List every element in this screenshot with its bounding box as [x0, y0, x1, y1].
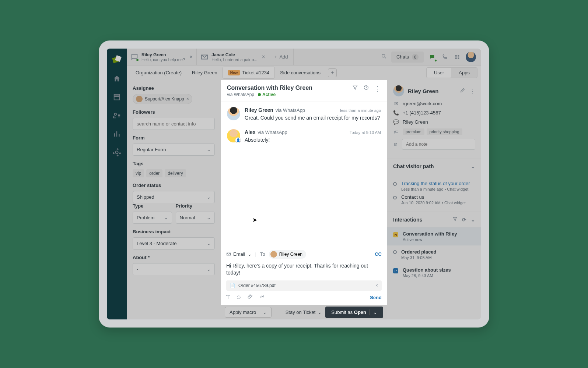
user-tag[interactable]: priority shopping	[427, 128, 462, 135]
avatar-icon: 👤	[227, 129, 240, 142]
tab-user-panel[interactable]: User	[427, 68, 451, 78]
recipient-chip[interactable]: Riley Green	[269, 250, 306, 259]
status-badge-icon	[393, 250, 397, 254]
refresh-icon[interactable]: ⟳	[462, 217, 466, 223]
attachment-chip[interactable]: 📄 Order #456789.pdf ×	[226, 280, 382, 291]
avatar-icon	[393, 85, 404, 96]
tab-side-conversations[interactable]: Side conversations	[275, 67, 326, 78]
order-status-label: Order status	[133, 183, 215, 188]
conversation-tab-1[interactable]: Janae ColeHello, I ordered a pair o... ×	[197, 49, 269, 65]
chats-pill[interactable]: Chats0	[391, 52, 424, 63]
tab-preview: Hello, can you help me?	[141, 57, 185, 62]
phone-icon[interactable]	[441, 53, 449, 61]
type-select[interactable]: Problem	[133, 212, 172, 224]
views-icon[interactable]	[112, 93, 121, 102]
profile-avatar[interactable]	[466, 52, 476, 62]
cursor-icon: ➤	[252, 216, 257, 223]
more-icon[interactable]: ⋮	[469, 88, 475, 95]
customers-icon[interactable]	[112, 111, 121, 120]
tag-item[interactable]: delivery	[165, 169, 186, 177]
add-context-tab[interactable]: +	[328, 68, 337, 77]
form-select[interactable]: Regular Form	[133, 144, 215, 156]
tag-icon: 🏷	[393, 129, 399, 135]
remove-attachment-icon[interactable]: ×	[375, 283, 378, 288]
form-label: Form	[133, 135, 215, 141]
filter-icon[interactable]	[452, 216, 458, 223]
user-panel: Riley Green ⋮ ✉rgreen@work.com 📞+1 (415)…	[387, 80, 481, 319]
emoji-icon[interactable]: ☺	[236, 294, 242, 301]
interaction-item[interactable]: NConversation with RileyActive now	[387, 227, 481, 245]
admin-icon[interactable]	[112, 148, 121, 157]
business-impact-select[interactable]: Level 3 - Moderate	[133, 237, 215, 250]
composer: Email⌄ | To Riley Green CC Hi Riley, her…	[221, 246, 387, 305]
text-format-icon[interactable]: T	[226, 294, 230, 301]
ticket-properties: Assignee Support/Alex Knapp× Followers F…	[127, 80, 221, 319]
new-badge: New	[228, 70, 240, 75]
tab-apps-panel[interactable]: Apps	[451, 68, 477, 78]
user-email: rgreen@work.com	[403, 101, 442, 106]
chat-visitor-header[interactable]: Chat visitor path⌄	[387, 159, 481, 174]
channel-select[interactable]: Email⌄	[226, 251, 252, 257]
interactions-header[interactable]: Interactions⟳⌄	[387, 212, 481, 227]
path-link[interactable]: Tracking the status of your order	[401, 181, 475, 186]
order-status-select[interactable]: Shipped	[133, 191, 215, 203]
tab-user[interactable]: Riley Green	[187, 67, 223, 78]
composer-body[interactable]: Hi Riley, here's a copy of your receipt.…	[226, 262, 382, 277]
more-icon[interactable]: ⋮	[374, 85, 381, 93]
apps-icon[interactable]	[453, 53, 461, 61]
edit-icon[interactable]	[460, 87, 466, 95]
add-tab-button[interactable]: +Add	[269, 49, 294, 65]
assignee-label: Assignee	[133, 85, 215, 91]
close-icon[interactable]: ×	[189, 54, 193, 60]
attach-icon[interactable]	[248, 294, 253, 301]
tag-item[interactable]: vip	[133, 169, 144, 177]
chat-visitor-path: Tracking the status of your orderLess th…	[387, 174, 481, 212]
filter-icon[interactable]	[352, 85, 358, 93]
reporting-icon[interactable]	[112, 130, 121, 138]
svg-rect-2	[458, 55, 459, 56]
type-label: Type	[133, 203, 172, 209]
submit-button[interactable]: Submit as Open⌄	[325, 307, 383, 318]
user-tag[interactable]: premium	[403, 128, 424, 135]
cc-button[interactable]: CC	[375, 251, 382, 257]
assignee-chip[interactable]: Support/Alex Knapp×	[133, 94, 192, 104]
svg-point-0	[382, 54, 385, 57]
chat-count-badge: 0	[412, 54, 419, 60]
tag-item[interactable]: order	[146, 169, 162, 177]
interaction-item[interactable]: Ordered placedMay 31, 9:05 AM	[387, 245, 481, 263]
app-logo	[112, 55, 122, 65]
remove-icon[interactable]: ×	[186, 96, 189, 102]
phone-icon: 📞	[393, 110, 399, 116]
about-select[interactable]: -	[133, 263, 215, 275]
avatar-icon	[136, 96, 143, 102]
user-name: Riley Green	[408, 88, 456, 94]
online-dot-icon	[136, 59, 139, 61]
priority-label: Priority	[176, 203, 215, 209]
business-impact-label: Business impact	[133, 229, 215, 234]
apply-macro-button[interactable]: Apply macro	[225, 307, 272, 318]
avatar-icon	[227, 107, 240, 120]
history-icon[interactable]	[363, 85, 369, 93]
tab-organization[interactable]: Organization (Create)	[130, 67, 187, 78]
link-icon[interactable]	[259, 294, 265, 301]
stay-on-ticket-button[interactable]: Stay on Ticket⌄	[286, 309, 322, 315]
send-button[interactable]: Send	[370, 295, 382, 300]
avatar-icon	[270, 251, 277, 258]
svg-rect-1	[455, 55, 457, 56]
chat-active-icon[interactable]	[428, 53, 436, 61]
user-phone: +1 (415)123-4567	[403, 110, 441, 116]
agent-badge-icon: 👤	[235, 137, 241, 143]
followers-input[interactable]	[133, 118, 215, 130]
add-note-input[interactable]	[402, 139, 475, 150]
home-icon[interactable]	[112, 74, 121, 83]
conversation-via: via WhatsApp	[227, 92, 254, 97]
conversation-body: Riley Greenvia WhatsAppless than a minut…	[221, 102, 387, 246]
conversation-tab-0[interactable]: Riley GreenHello, can you help me? ×	[127, 49, 197, 65]
interaction-item[interactable]: PQuestion about sizesMay 28, 9:43 AM	[387, 263, 481, 282]
tab-name: Riley Green	[141, 52, 185, 57]
close-icon[interactable]: ×	[262, 54, 265, 60]
tab-ticket[interactable]: NewTicket #1234	[223, 67, 275, 79]
search-icon[interactable]	[381, 53, 387, 61]
priority-select[interactable]: Normal	[176, 212, 215, 224]
plus-icon: +	[274, 54, 277, 60]
